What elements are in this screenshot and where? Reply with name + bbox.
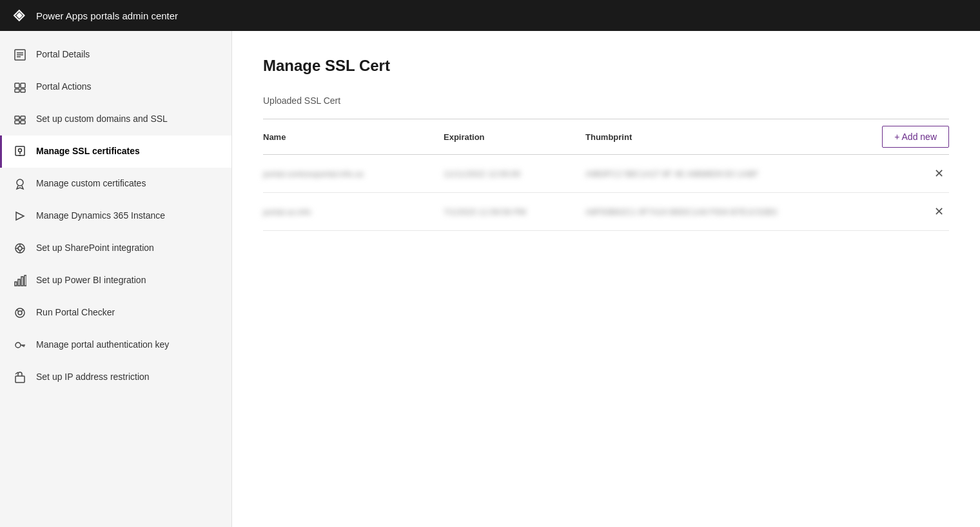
- sidebar-item-sharepoint[interactable]: Set up SharePoint integration: [0, 232, 231, 264]
- cert-exp-1: 11/11/2022 12:00:00: [444, 169, 585, 179]
- sidebar-item-auth-key[interactable]: Manage portal authentication key: [0, 329, 231, 361]
- list-icon: [13, 48, 27, 62]
- delete-cert-1-button[interactable]: ✕: [929, 165, 949, 182]
- svg-point-36: [15, 343, 21, 348]
- svg-rect-10: [15, 116, 19, 119]
- sidebar-label-custom-domains: Set up custom domains and SSL: [36, 113, 168, 126]
- sidebar-item-portal-actions[interactable]: Portal Actions: [0, 71, 231, 103]
- sidebar-item-portal-details[interactable]: Portal Details: [0, 39, 231, 71]
- ip-icon: [13, 370, 27, 384]
- section-label: Uploaded SSL Cert: [263, 95, 949, 106]
- sidebar-label-manage-custom-certs: Manage custom certificates: [36, 177, 146, 190]
- col-header-expiration: Expiration: [444, 132, 585, 142]
- svg-rect-13: [21, 121, 25, 124]
- add-new-button[interactable]: + Add new: [882, 126, 949, 148]
- topbar: Power Apps portals admin center: [0, 0, 980, 31]
- cert-name-2: portal.us.info: [263, 207, 444, 217]
- cert-thumb-1: A9B3FC2 5BC1A27 8F 4E A8B88D9 E0 1ABF: [585, 169, 929, 179]
- powerbi-icon: [13, 273, 27, 288]
- cert-exp-2: 7/1/2023 11:59:59 PM: [444, 207, 585, 217]
- svg-line-35: [21, 310, 23, 312]
- page-title: Manage SSL Cert: [263, 57, 949, 75]
- svg-rect-11: [15, 121, 19, 124]
- app-logo: [10, 6, 28, 25]
- sidebar-label-manage-ssl: Manage SSL certificates: [36, 145, 140, 158]
- sidebar: Portal Details Portal Actions: [0, 31, 232, 527]
- dynamics-icon: [13, 209, 27, 223]
- cert-name-1: portal.contosoportal.info.us: [263, 169, 444, 179]
- svg-rect-12: [21, 116, 25, 119]
- svg-rect-6: [15, 83, 19, 88]
- delete-cert-2-button[interactable]: ✕: [929, 203, 949, 220]
- svg-point-23: [18, 246, 22, 250]
- custom-cert-icon: [13, 177, 27, 191]
- sidebar-label-sharepoint: Set up SharePoint integration: [36, 242, 154, 255]
- ssl-icon: [13, 144, 27, 159]
- sidebar-item-custom-domains[interactable]: Set up custom domains and SSL: [0, 103, 231, 135]
- sidebar-label-portal-actions: Portal Actions: [36, 81, 92, 94]
- main-layout: Portal Details Portal Actions: [0, 31, 980, 527]
- sidebar-item-ip-restriction[interactable]: Set up IP address restriction: [0, 361, 231, 393]
- cert-row-cols-2: portal.us.info 7/1/2023 11:59:59 PM A8F9…: [263, 207, 929, 217]
- svg-point-20: [17, 179, 23, 186]
- svg-point-17: [19, 149, 22, 152]
- svg-marker-21: [16, 212, 24, 220]
- sidebar-label-ip-restriction: Set up IP address restriction: [36, 371, 150, 384]
- sidebar-item-manage-ssl[interactable]: Manage SSL certificates: [0, 135, 231, 168]
- svg-rect-28: [15, 282, 17, 286]
- svg-rect-31: [24, 275, 26, 286]
- sidebar-item-manage-dynamics[interactable]: Manage Dynamics 365 Instance: [0, 200, 231, 232]
- svg-rect-30: [21, 277, 23, 286]
- col-header-name: Name: [263, 132, 444, 142]
- sidebar-label-portal-checker: Run Portal Checker: [36, 306, 115, 319]
- cert-row-cols: portal.contosoportal.info.us 11/11/2022 …: [263, 169, 929, 179]
- sidebar-label-portal-details: Portal Details: [36, 48, 90, 61]
- sidebar-label-powerbi: Set up Power BI integration: [36, 274, 146, 287]
- actions-icon: [13, 80, 27, 94]
- auth-icon: [13, 338, 27, 352]
- table-row: portal.us.info 7/1/2023 11:59:59 PM A8F9…: [263, 193, 949, 231]
- table-row: portal.contosoportal.info.us 11/11/2022 …: [263, 155, 949, 193]
- svg-rect-40: [15, 376, 24, 383]
- sidebar-item-manage-custom-certs[interactable]: Manage custom certificates: [0, 168, 231, 200]
- domains-icon: [13, 112, 27, 126]
- checker-icon: [13, 306, 27, 320]
- svg-line-34: [17, 310, 19, 312]
- sidebar-item-portal-checker[interactable]: Run Portal Checker: [0, 297, 231, 329]
- col-header-thumbprint: Thumbprint: [585, 132, 882, 142]
- cert-table-header: Name Expiration Thumbprint + Add new: [263, 119, 949, 155]
- sidebar-item-powerbi[interactable]: Set up Power BI integration: [0, 264, 231, 297]
- app-title: Power Apps portals admin center: [36, 10, 178, 21]
- cert-header-cols: Name Expiration Thumbprint: [263, 132, 882, 142]
- svg-rect-9: [21, 89, 25, 92]
- sidebar-label-auth-key: Manage portal authentication key: [36, 339, 169, 352]
- svg-rect-29: [18, 279, 20, 286]
- svg-rect-7: [21, 83, 25, 88]
- svg-rect-8: [15, 89, 19, 92]
- cert-thumb-2: A8F93B62C1 0F7A24 B6DC1A8 F934 B7E1C02B3: [585, 207, 929, 217]
- sharepoint-icon: [13, 241, 27, 255]
- main-content: Manage SSL Cert Uploaded SSL Cert Name E…: [232, 31, 980, 527]
- sidebar-label-manage-dynamics: Manage Dynamics 365 Instance: [36, 210, 165, 223]
